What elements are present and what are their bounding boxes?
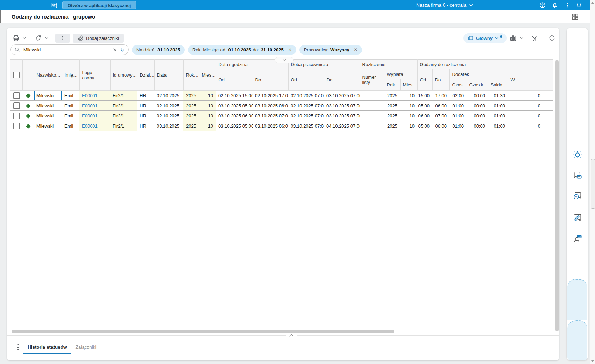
select-all-header[interactable]: [10, 60, 22, 91]
open-classic-app-button[interactable]: Otwórz w aplikacji klasycznej: [62, 1, 136, 9]
grid-cell: 01:00: [488, 121, 508, 131]
print-button[interactable]: [13, 34, 20, 43]
tag-button[interactable]: [35, 34, 42, 43]
chart-options-chevron-icon[interactable]: [520, 34, 524, 43]
company-selector[interactable]: Nasza firma 0 - centrala: [416, 2, 473, 8]
community-chat-icon[interactable]: [572, 234, 583, 244]
main-panel: Dodaj załączniki Główny: [7, 28, 559, 360]
row-select-cell: [10, 111, 22, 121]
feedback-chat-icon[interactable]: [572, 170, 583, 181]
status-column-header[interactable]: [22, 60, 34, 91]
column-header[interactable]: Do: [432, 69, 449, 91]
tab-historia-statusow[interactable]: Historia statusów: [23, 340, 71, 354]
grid-cell: 07:00: [432, 111, 449, 121]
search-box[interactable]: [10, 44, 129, 55]
column-header[interactable]: Logo osoby…: [79, 60, 110, 91]
classic-app-icon[interactable]: [51, 2, 58, 9]
grid-cell: 01:00: [449, 111, 467, 121]
page-scrollbar-thumb[interactable]: [591, 159, 595, 209]
grid-cell: 04.10.2025 07:00: [324, 121, 360, 131]
filter-chip[interactable]: Na dzień:31.10.2025: [132, 45, 185, 55]
scroll-up-arrow[interactable]: [591, 2, 594, 4]
data-grid-wrapper: Nazwisko…Imię…Logo osoby…Id umowy…Dział……: [10, 59, 553, 131]
select-all-checkbox[interactable]: [13, 72, 20, 78]
column-header[interactable]: Czas…: [449, 79, 467, 91]
column-header[interactable]: Dział…: [137, 60, 154, 91]
grid-cell: 10: [199, 101, 216, 111]
column-header[interactable]: Rok…: [183, 60, 199, 91]
column-header[interactable]: Dodatek: [449, 69, 508, 79]
drop-zone-top[interactable]: [567, 279, 587, 320]
scroll-down-arrow[interactable]: [591, 360, 594, 362]
microphone-icon[interactable]: [120, 47, 125, 53]
grid-horizontal-scrollbar[interactable]: [12, 330, 394, 333]
more-menu-icon[interactable]: [565, 2, 571, 8]
row-checkbox[interactable]: [13, 123, 20, 129]
row-checkbox[interactable]: [13, 92, 20, 99]
person-link-cell[interactable]: E00001: [79, 101, 110, 111]
column-header[interactable]: Rok…: [384, 79, 400, 91]
tag-options-chevron-icon[interactable]: [45, 34, 49, 43]
help-icon[interactable]: [539, 2, 546, 8]
chart-view-button[interactable]: [509, 34, 517, 43]
close-icon[interactable]: ✕: [288, 47, 292, 52]
person-link-cell[interactable]: E00001: [79, 111, 110, 121]
collapsed-nav-strip[interactable]: [0, 10, 1, 23]
grid-vertical-scrollbar[interactable]: [555, 60, 559, 331]
filter-chip[interactable]: Rok, Miesiącod:01.10.2025do:31.10.2025✕: [188, 45, 296, 55]
idea-lightbulb-icon[interactable]: [572, 150, 583, 160]
more-actions-button[interactable]: [55, 34, 70, 43]
column-header[interactable]: Nazwisko…: [34, 60, 62, 91]
clear-filter-icon[interactable]: [531, 34, 538, 43]
chevron-up-icon: [289, 334, 294, 337]
notifications-bell-icon[interactable]: [552, 2, 558, 8]
column-header[interactable]: Do: [324, 69, 360, 91]
clear-search-icon[interactable]: [113, 48, 117, 52]
expand-bottom-panel-button[interactable]: [286, 333, 297, 338]
person-link-cell[interactable]: E00001: [79, 121, 110, 131]
column-header[interactable]: W…: [508, 69, 553, 91]
grid-cell: 03.10.2025 07:00: [324, 111, 360, 121]
column-header[interactable]: Wypłata: [384, 69, 417, 79]
column-header[interactable]: Mies…: [400, 79, 417, 91]
dashboard-grid-icon[interactable]: [572, 13, 579, 20]
column-header[interactable]: Od: [288, 69, 324, 91]
help-chat-icon[interactable]: ?: [572, 191, 583, 201]
column-header[interactable]: Doba pracownicza: [288, 60, 360, 69]
column-header[interactable]: Numer listy: [360, 69, 384, 91]
person-link-cell[interactable]: E00001: [79, 91, 110, 101]
filter-chip[interactable]: Pracownicy:Wszyscy✕: [299, 45, 362, 55]
column-header[interactable]: Saldo…: [488, 79, 508, 91]
row-checkbox[interactable]: [13, 102, 20, 109]
view-selector-button[interactable]: Główny: [463, 33, 507, 43]
column-header[interactable]: Id umowy…: [110, 60, 137, 91]
chip-text: Rok, Miesiąc: [192, 47, 218, 52]
close-icon[interactable]: ✕: [354, 47, 357, 52]
tab-zalaczniki[interactable]: Załączniki: [71, 340, 101, 354]
refresh-icon[interactable]: [548, 34, 555, 43]
table-row[interactable]: MilewskiEmilE00001Fir2/1HR02.10.20252025…: [10, 91, 553, 101]
edit-note-icon[interactable]: [572, 213, 583, 223]
bottom-tabs-menu-icon[interactable]: [15, 343, 21, 352]
column-header[interactable]: Od: [417, 69, 432, 91]
table-row[interactable]: MilewskiEmilE00001Fir2/1HR03.10.20252025…: [10, 121, 553, 131]
power-logout-icon[interactable]: [576, 2, 582, 8]
column-header[interactable]: Mies…: [199, 60, 216, 91]
column-header[interactable]: Data: [154, 60, 183, 91]
print-options-chevron-icon[interactable]: [22, 34, 26, 43]
top-app-bar: Otwórz w aplikacji klasycznej Nasza firm…: [0, 0, 590, 10]
row-checkbox[interactable]: [13, 113, 20, 119]
column-header[interactable]: Rozliczenie: [360, 60, 417, 69]
add-attachments-button[interactable]: Dodaj załączniki: [73, 34, 124, 43]
column-header[interactable]: Godziny do rozliczenia: [417, 60, 553, 69]
search-input[interactable]: [23, 47, 110, 53]
column-header[interactable]: Do: [253, 69, 288, 91]
table-row[interactable]: MilewskiEmilE00001Fir2/1HR02.10.20252025…: [10, 101, 553, 111]
table-row[interactable]: MilewskiEmilE00001Fir2/1HR02.10.20252025…: [10, 111, 553, 121]
column-header[interactable]: Od: [216, 69, 253, 91]
drop-zone-bottom[interactable]: [567, 320, 587, 360]
column-header[interactable]: Czas k…: [467, 79, 488, 91]
grid-cell: 2025: [384, 111, 400, 121]
collapse-header-button[interactable]: [275, 57, 294, 63]
column-header[interactable]: Imię…: [62, 60, 79, 91]
